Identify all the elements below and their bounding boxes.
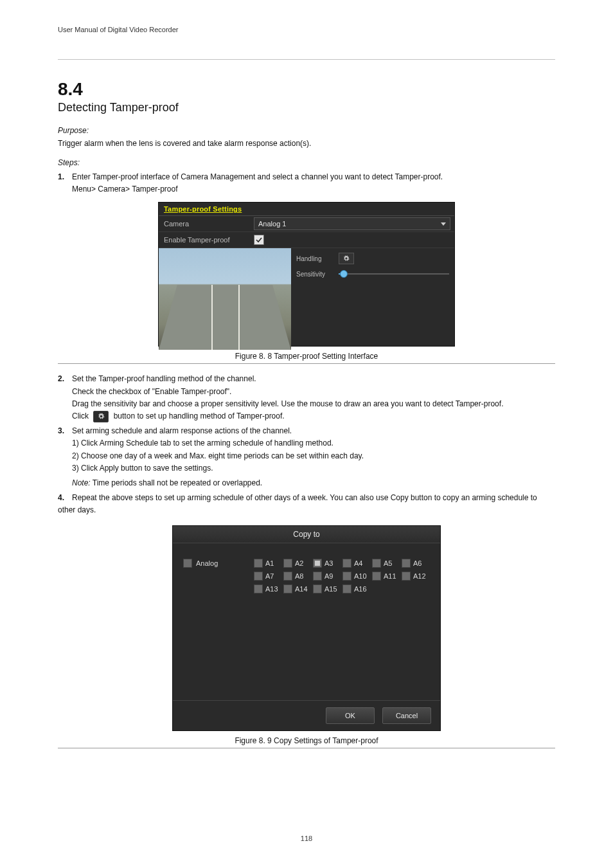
camera-label: Camera	[159, 220, 254, 228]
enable-row: Enable Tamper-proof	[159, 232, 454, 248]
checkbox-icon	[313, 559, 322, 568]
ok-button[interactable]: OK	[326, 707, 375, 724]
step-4: 4.Repeat the above steps to set up armin…	[58, 492, 555, 516]
header-rule	[58, 59, 555, 60]
note-text: Time periods shall not be repeated or ov…	[93, 478, 262, 487]
cancel-button[interactable]: Cancel	[382, 707, 431, 724]
channel-checkbox-a4[interactable]: A4	[342, 559, 371, 568]
step-2-sub-3-pre: Click	[72, 411, 89, 420]
camera-row: Camera Analog 1	[159, 216, 454, 232]
page-number: 118	[301, 835, 312, 842]
camera-value: Analog 1	[258, 220, 286, 228]
dialog-title: Copy to	[173, 526, 440, 543]
steps-label: Steps:	[58, 158, 555, 167]
step-3: 3.Set arming schedule and alarm response…	[58, 425, 555, 475]
panel-title: Tamper-proof Settings	[159, 203, 454, 216]
channel-label: A16	[354, 585, 367, 593]
analog-all-toggle[interactable]: Analog	[183, 559, 254, 568]
channel-checkbox-a6[interactable]: A6	[402, 559, 430, 568]
channel-label: A7	[265, 572, 274, 580]
preview-lane-line	[211, 285, 213, 350]
channel-label: A13	[265, 585, 278, 593]
preview-road	[159, 285, 291, 350]
checkbox-icon	[313, 584, 322, 593]
checkbox-icon	[402, 572, 411, 581]
camera-preview[interactable]	[159, 248, 291, 350]
step-4-num: 4.	[58, 492, 72, 504]
checkbox-icon	[183, 559, 192, 568]
channel-checkbox-a12[interactable]: A12	[402, 572, 430, 581]
channel-label: A10	[354, 572, 367, 580]
purpose-text: Trigger alarm when the lens is covered a…	[58, 138, 555, 149]
channel-checkbox-a11[interactable]: A11	[372, 572, 400, 581]
step-2-text: Set the Tamper-proof handling method of …	[72, 374, 256, 383]
channel-checkbox-a10[interactable]: A10	[342, 572, 371, 581]
channel-label: A14	[295, 585, 308, 593]
slider-track	[339, 273, 449, 275]
checkbox-icon	[254, 572, 263, 581]
checkbox-icon	[372, 572, 381, 581]
step-1-text: Enter Tamper-proof interface of Camera M…	[72, 172, 443, 181]
checkbox-icon	[342, 559, 351, 568]
channel-label: A8	[295, 572, 303, 580]
figure-8-9-rule	[58, 748, 555, 748]
gear-icon	[343, 255, 350, 262]
checkbox-icon	[402, 559, 411, 568]
channel-checkbox-a9[interactable]: A9	[313, 572, 341, 581]
step-3-sub-1: Click Arming Schedule tab to set the arm…	[81, 439, 333, 448]
note-label: Note:	[72, 478, 91, 487]
step-1: 1.Enter Tamper-proof interface of Camera…	[58, 171, 555, 195]
channel-checkbox-a15[interactable]: A15	[313, 584, 341, 593]
handling-button[interactable]	[339, 253, 354, 264]
channel-label: A4	[354, 559, 362, 567]
channel-label: A6	[413, 559, 422, 567]
channel-checkbox-a16[interactable]: A16	[342, 584, 371, 593]
figure-8-8-caption: Figure 8. 8 Tamper-proof Setting Interfa…	[58, 352, 555, 361]
handling-label: Handling	[296, 255, 339, 262]
step-1-num: 1.	[58, 171, 72, 183]
figure-8-8-rule	[58, 363, 555, 364]
analog-label: Analog	[196, 559, 218, 567]
checkbox-icon	[372, 559, 381, 568]
checkbox-icon	[342, 572, 351, 581]
channel-label: A3	[324, 559, 333, 567]
purpose-label: Purpose:	[58, 126, 555, 135]
sensitivity-label: Sensitivity	[296, 271, 339, 278]
sensitivity-slider[interactable]	[339, 269, 449, 279]
preview-lane-line	[238, 285, 240, 350]
step-3-note: Note: Time periods shall not be repeated…	[58, 477, 555, 489]
enable-label: Enable Tamper-proof	[159, 236, 254, 244]
checkbox-icon	[283, 559, 292, 568]
step-2-sub-1: Check the checkbox of "Enable Tamper-pro…	[72, 386, 555, 398]
channel-label: A1	[265, 559, 274, 567]
gear-icon-inline	[93, 411, 109, 422]
checkbox-icon	[283, 572, 292, 581]
channel-checkbox-a2[interactable]: A2	[283, 559, 312, 568]
step-4-text: Repeat the above steps to set up arming …	[58, 493, 537, 514]
step-3-num: 3.	[58, 425, 72, 437]
camera-select[interactable]: Analog 1	[254, 217, 450, 230]
step-2-sub-3-post: button to set up handling method of Tamp…	[114, 411, 285, 420]
enable-checkbox[interactable]	[254, 235, 264, 245]
section-number: 8.4	[58, 79, 555, 100]
slider-thumb[interactable]	[340, 270, 348, 278]
channel-checkbox-a8[interactable]: A8	[283, 572, 312, 581]
step-1-sub: Menu> Camera> Tamper-proof	[72, 183, 555, 195]
checkbox-icon	[342, 584, 351, 593]
channel-checkbox-a14[interactable]: A14	[283, 584, 312, 593]
channel-checkbox-a5[interactable]: A5	[372, 559, 400, 568]
checkbox-icon	[283, 584, 292, 593]
channel-checkbox-a7[interactable]: A7	[254, 572, 282, 581]
sensitivity-row: Sensitivity	[296, 267, 449, 280]
chevron-down-icon	[441, 222, 446, 226]
step-2-num: 2.	[58, 373, 72, 385]
check-icon	[256, 237, 262, 243]
checkbox-icon	[313, 572, 322, 581]
step-3-text: Set arming schedule and alarm response a…	[72, 426, 292, 435]
step-3-sub-3: Click Apply button to save the settings.	[81, 464, 213, 473]
channel-checkbox-a1[interactable]: A1	[254, 559, 282, 568]
checkbox-icon	[254, 559, 263, 568]
channel-checkbox-a13[interactable]: A13	[254, 584, 282, 593]
step-3-sub-2: Choose one day of a week and Max. eight …	[81, 451, 364, 460]
channel-checkbox-a3[interactable]: A3	[313, 559, 341, 568]
